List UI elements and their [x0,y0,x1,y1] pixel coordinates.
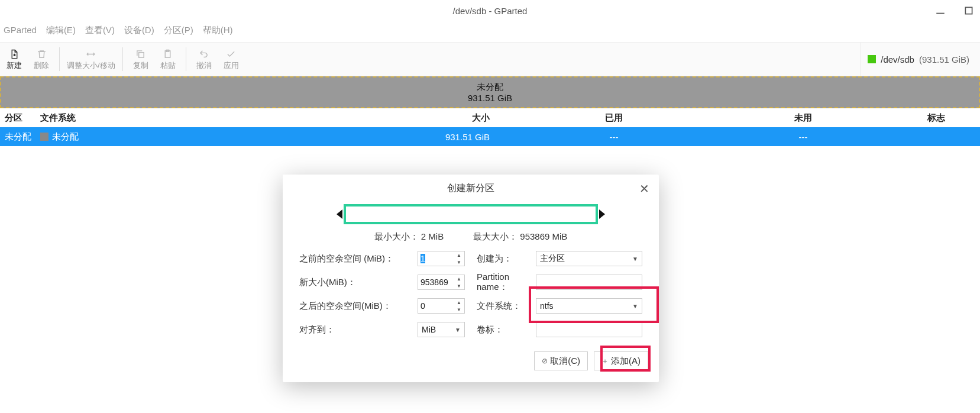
free-after-spinbox[interactable]: ▲ ▼ [418,298,465,314]
menu-view[interactable]: 查看(V) [85,25,115,36]
resize-handle-right-icon[interactable] [599,209,605,219]
filesystem-value: ntfs [540,301,554,311]
create-as-select[interactable]: 主分区 ▼ [536,251,642,266]
align-select[interactable]: MiB ▼ [418,322,465,337]
row-free-after: 之后的空余空间(MiB)： ▲ ▼ [299,298,465,314]
cancel-button-label: 取消(C) [550,356,580,367]
row-create-as: 创建为： 主分区 ▼ [477,251,642,266]
toolbar-new-label: 新建 [7,60,22,71]
partition-bar-size: 931.51 GiB [468,93,512,103]
add-button-label: 添加(A) [611,356,641,367]
col-header-filesystem[interactable]: 文件系统 [40,112,235,124]
device-label: /dev/sdb [881,54,914,64]
toolbar-resize-label: 调整大小/移动 [67,60,115,71]
align-label: 对齐到： [299,324,418,335]
volume-label-input[interactable] [536,322,642,337]
dialog-right-column: 创建为： 主分区 ▼ Partition name： 文件系统： ntfs ▼ … [477,251,642,337]
dialog-footer: ⊘ 取消(C) ＋ 添加(A) [283,347,659,382]
toolbar-separator [186,47,186,71]
toolbar-apply-label: 应用 [224,60,239,71]
chevron-down-icon: ▼ [632,303,638,309]
toolbar: 新建 删除 调整大小/移动 复制 粘贴 [0,42,980,76]
cell-used: --- [513,132,714,142]
copy-icon [135,47,145,60]
dialog-left-column: 之前的空余空间 (MiB)： ▲ ▼ 新大小(MiB)： ▲ ▼ [299,251,465,337]
menu-edit[interactable]: 编辑(E) [46,25,76,36]
partition-resize-visual[interactable] [283,202,659,228]
dialog-body: 之前的空余空间 (MiB)： ▲ ▼ 新大小(MiB)： ▲ ▼ [283,249,659,347]
spin-down-icon[interactable]: ▼ [454,282,464,289]
toolbar-copy-button: 复制 [130,47,151,71]
new-size-label: 新大小(MiB)： [299,277,418,288]
resize-handle-left-icon[interactable] [337,209,342,219]
new-file-icon [9,47,20,60]
min-size-value: 2 MiB [421,231,444,241]
row-align: 对齐到： MiB ▼ [299,322,465,337]
chevron-down-icon: ▼ [455,327,461,333]
menubar: GParted 编辑(E) 查看(V) 设备(D) 分区(P) 帮助(H) [0,21,980,42]
cell-filesystem-text: 未分配 [52,131,79,143]
free-after-input[interactable] [418,299,451,313]
free-before-label: 之前的空余空间 (MiB)： [299,253,418,264]
max-size-value: 953869 MiB [520,231,567,241]
new-size-input[interactable] [418,275,451,289]
table-row[interactable]: 未分配 未分配 931.51 GiB --- --- [0,127,980,146]
spin-down-icon[interactable]: ▼ [454,306,464,313]
free-before-spinbox[interactable]: ▲ ▼ [418,251,465,266]
toolbar-undo-label: 撤消 [196,60,212,71]
window-title: /dev/sdb - GParted [453,6,528,16]
plus-icon: ＋ [601,356,609,366]
dialog-title: 创建新分区 [447,182,494,195]
partition-name-input[interactable] [536,275,642,290]
device-selector[interactable]: /dev/sdb (931.51 GiB) [860,42,976,76]
max-size-label: 最大大小： [473,231,518,241]
undo-icon [199,47,209,60]
partition-visual-box[interactable] [344,204,598,224]
col-header-flags[interactable]: 标志 [892,112,980,124]
paste-icon [163,47,173,60]
partition-visual-bar[interactable]: 未分配 931.51 GiB [0,76,980,108]
toolbar-new-button[interactable]: 新建 [4,47,25,71]
min-size-label: 最小大小： [374,231,419,241]
toolbar-separator [59,47,60,71]
fs-swatch-icon [40,133,48,141]
menu-gparted[interactable]: GParted [4,25,37,36]
filesystem-label: 文件系统： [477,301,536,312]
toolbar-apply-button: 应用 [221,47,242,71]
toolbar-paste-button: 粘贴 [157,47,179,71]
partition-table-header: 分区 文件系统 大小 已用 未用 标志 [0,108,980,127]
volume-label-label: 卷标： [477,324,536,335]
free-before-input[interactable] [418,251,451,266]
size-hints: 最小大小： 2 MiB 最大大小： 953869 MiB [283,228,659,249]
col-header-partition[interactable]: 分区 [0,112,40,124]
spin-up-icon[interactable]: ▲ [454,275,464,282]
cell-filesystem: 未分配 [40,131,235,143]
toolbar-paste-label: 粘贴 [160,60,176,71]
close-icon[interactable]: ✕ [639,182,649,196]
free-after-label: 之后的空余空间(MiB)： [299,301,418,312]
maximize-icon[interactable] [963,5,974,16]
cancel-button[interactable]: ⊘ 取消(C) [534,351,588,370]
spin-down-icon[interactable]: ▼ [454,259,464,266]
toolbar-resize-button: 调整大小/移动 [67,47,115,71]
new-size-spinbox[interactable]: ▲ ▼ [418,275,465,290]
cell-partition: 未分配 [0,131,40,143]
dialog-header: 创建新分区 ✕ [283,175,659,202]
col-header-free[interactable]: 未用 [714,112,892,124]
toolbar-separator [122,47,123,71]
chevron-down-icon: ▼ [632,256,638,262]
cell-size: 931.51 GiB [235,132,513,142]
menu-help[interactable]: 帮助(H) [203,25,233,36]
col-header-used[interactable]: 已用 [513,112,714,124]
titlebar: /dev/sdb - GParted [0,0,980,21]
create-partition-dialog: 创建新分区 ✕ 最小大小： 2 MiB 最大大小： 953869 MiB 之前的… [283,175,659,382]
create-as-value: 主分区 [540,253,565,264]
menu-device[interactable]: 设备(D) [124,25,154,36]
menu-partition[interactable]: 分区(P) [164,25,193,36]
minimize-icon[interactable] [935,5,946,16]
col-header-size[interactable]: 大小 [235,112,513,124]
spin-up-icon[interactable]: ▲ [454,251,464,259]
spin-up-icon[interactable]: ▲ [454,299,464,306]
filesystem-select[interactable]: ntfs ▼ [536,298,642,314]
add-button[interactable]: ＋ 添加(A) [594,351,648,370]
